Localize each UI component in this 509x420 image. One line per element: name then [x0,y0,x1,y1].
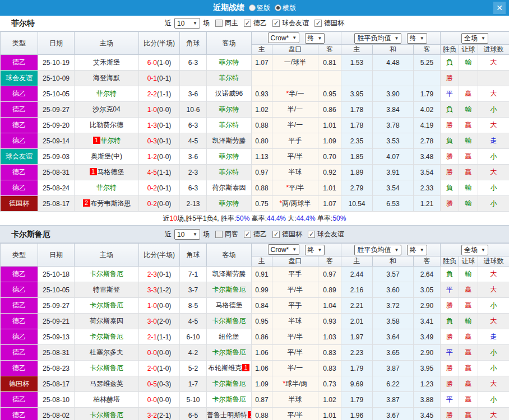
avg-type-select[interactable]: 胜平负均值▼ [354,245,401,255]
result-wdl-cell: 平 [441,86,459,102]
score-full: 1-0 [147,106,157,114]
result-wdl-cell: 勝 [441,196,459,212]
score-full: 6-0 [147,59,157,67]
league-filter-checkbox[interactable]: ✓ [272,231,280,238]
league-cell: 德乙 [1,298,38,314]
close-button[interactable]: ✕ [493,2,506,14]
score-half: (1-0) [157,59,171,67]
handicap-line: 两/两球半 [282,199,311,207]
corners-cell [180,71,207,86]
handicap-cell: 半球 [272,165,318,180]
near-label: 近 [165,230,172,239]
team-name: 汉诺威96 [215,90,243,97]
team-name: 卡尔斯鲁厄 [212,286,246,293]
same-venue-checkbox[interactable] [215,20,223,27]
odds-away-cell: 1.03 [318,329,341,345]
odds-home-cell: 0.88 [252,118,272,133]
avg-type-value: 胜平负均值 [357,245,391,255]
match-count-value: 10 [177,20,184,27]
avg-away-cell: 3.88 [414,392,441,408]
avg-home-cell: 1.89 [341,165,373,180]
avg-final-select[interactable]: 终▼ [407,245,427,255]
odds-away-cell: 1.04 [318,298,341,314]
avg-home-cell: 1.78 [341,118,373,133]
col-result-goals: 进球数 [478,45,509,55]
scope-select[interactable]: 全场▼ [461,33,488,44]
odds-final-select[interactable]: 终▼ [305,245,325,255]
odds-away-cell: 0.70 [318,149,341,165]
same-venue-checkbox[interactable] [215,231,223,238]
score-cell: 1-2(0-0) [139,149,180,165]
avg-home-cell [341,71,373,86]
league-cell: 德国杯 [1,376,38,392]
league-filter-checkbox[interactable]: ✓ [244,231,251,238]
radio-horizontal-layout[interactable] [275,4,281,11]
bookmaker-select[interactable]: Crow*▼ [268,32,300,43]
away-team-cell: 卡尔斯鲁厄 [207,392,252,408]
team-name: 菲尔特 [219,199,239,207]
match-count-select[interactable]: 10▼ [174,18,200,29]
result-group-header: 全场▼ [441,244,509,256]
odds-final-select[interactable]: 终▼ [305,33,325,44]
score-cell: 0-1(0-1) [139,71,180,86]
radio-vertical-layout[interactable] [249,4,256,11]
corners-cell: 5-10 [180,392,207,408]
result-wdl-cell: 負 [441,55,459,71]
avg-away-cell: 4.02 [414,102,441,118]
result-wdl-cell: 負 [441,133,459,149]
result-wdl-cell: 負 [441,267,459,282]
handicap-cell: 平手 [272,267,318,282]
handicap-line: 半球 [289,317,302,325]
avg-final-select[interactable]: 终▼ [407,33,427,44]
league-filter-checkbox[interactable]: ✓ [272,20,280,27]
result-handicap-cell: 贏 [459,392,478,408]
match-count-select[interactable]: 10▼ [174,229,200,240]
vertical-layout-label[interactable]: 竖版 [257,3,270,13]
handicap-cell: 平/半 [272,408,318,420]
handicap-line: 平/半 [288,333,303,340]
avg-draw-cell: 3.64 [373,329,414,345]
away-team-cell: 菲尔特 [207,165,252,180]
league-filter-checkbox[interactable]: ✓ [244,20,251,27]
odds-away-cell: 0.83 [318,345,341,361]
handicap-cell: 半球 [272,314,318,329]
avg-draw-cell: 3.58 [373,314,414,329]
scope-select[interactable]: 全场▼ [461,245,488,255]
check-icon: ✓ [274,20,279,26]
avg-home-cell: 2.35 [341,133,373,149]
match-row: 德乙 25-08-31 1马格德堡 4-5(1-1) 2-3 菲尔特 0.97 … [1,165,509,180]
date-cell: 25-09-14 [38,133,75,149]
league-filter-checkbox[interactable]: ✓ [308,231,315,238]
team-name: 菲尔特 [219,168,239,176]
horizontal-layout-label[interactable]: 横版 [283,3,296,13]
score-full: 3-0 [147,318,157,325]
score-cell: 0-5(0-3) [139,376,180,392]
result-wdl-cell: 勝 [441,329,459,345]
date-cell: 25-08-10 [38,392,75,408]
odds-away-cell: 0.83 [318,361,341,376]
avg-type-select[interactable]: 胜平负均值▼ [354,33,401,44]
home-team-cell: 卡尔斯鲁厄 [75,408,139,420]
col-home: 主场 [75,32,139,55]
league-cell: 球会友谊 [1,149,38,165]
date-cell: 25-10-05 [38,86,75,102]
corners-cell: 5-2 [180,361,207,376]
away-team-cell: 纽伦堡 [207,329,252,345]
score-full: 1-2 [147,153,157,161]
date-cell: 25-10-18 [38,267,75,282]
avg-draw-cell: 3.90 [373,86,414,102]
handicap-cell: 平/半 [272,149,318,165]
corners-cell: 2-13 [180,196,207,212]
away-team-cell: 荷尔斯泰因 [207,180,252,196]
result-goals-cell [478,71,509,86]
col-result-handicap: 让球 [459,45,478,55]
avg-home-cell: 2.01 [341,314,373,329]
score-cell: 0-0(0-0) [139,392,180,408]
match-row: 德乙 25-08-23 卡尔斯鲁厄 2-0(1-0) 5-2 布轮斯维克1 1.… [1,361,509,376]
score-cell: 6-0(1-0) [139,55,180,71]
odds-home-cell: 0.97 [252,165,272,180]
league-filter-checkbox[interactable]: ✓ [314,20,322,27]
bookmaker-select[interactable]: Crow*▼ [268,244,300,255]
odds-home-cell: 0.75 [252,196,272,212]
team-section-header: 菲尔特 近 10▼ 场 同主 ✓德乙 ✓球会友谊 ✓德国杯 [0,16,509,31]
